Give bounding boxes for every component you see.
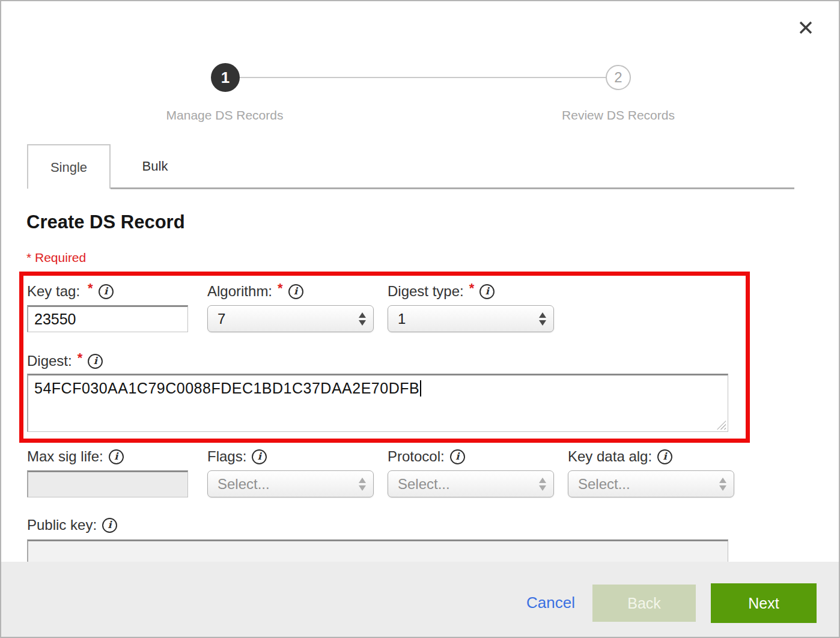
create-ds-record-dialog: 1 2 Manage DS Records Review DS Records … [0, 0, 840, 638]
info-icon-glyph: i [108, 520, 112, 530]
digest-type-label: Digest type: * i [388, 282, 495, 300]
info-icon[interactable]: i [252, 449, 267, 464]
required-note: * Required [26, 251, 86, 265]
info-icon[interactable]: i [99, 284, 114, 299]
select-arrows-icon [719, 478, 726, 491]
public-key-label-text: Public key: [27, 517, 97, 533]
required-asterisk: * [278, 281, 283, 296]
select-arrows-icon [539, 312, 546, 326]
digest-value: 54FCF030AA1C79C0088FDEC1BD1C37DAA2E70DFB [34, 380, 419, 396]
required-asterisk: * [88, 281, 93, 296]
digest-label-text: Digest: [27, 353, 72, 369]
resize-handle-icon[interactable] [717, 421, 726, 430]
info-icon[interactable]: i [102, 518, 117, 533]
stepper-connector-line [225, 77, 620, 78]
info-icon[interactable]: i [479, 284, 495, 299]
digest-type-select[interactable]: 1 [388, 305, 554, 332]
required-asterisk: * [469, 281, 475, 296]
key-data-alg-select-value: Select... [578, 476, 719, 493]
close-button[interactable] [793, 16, 818, 41]
step-1-indicator: 1 [211, 63, 240, 92]
info-icon-glyph: i [114, 452, 118, 461]
max-sig-life-label: Max sig life: i [27, 448, 124, 466]
public-key-textarea[interactable] [27, 539, 728, 562]
info-icon[interactable]: i [88, 354, 103, 369]
protocol-select[interactable]: Select... [388, 470, 554, 497]
select-arrows-icon [539, 478, 546, 491]
key-tag-input[interactable] [27, 305, 188, 332]
key-data-alg-select[interactable]: Select... [568, 470, 734, 497]
info-icon-glyph: i [104, 287, 108, 296]
tab-bulk[interactable]: Bulk [111, 144, 199, 189]
max-sig-life-input [27, 470, 188, 497]
info-icon-glyph: i [258, 452, 261, 461]
info-icon-glyph: i [485, 287, 489, 296]
max-sig-life-label-text: Max sig life: [27, 448, 103, 465]
info-icon[interactable]: i [450, 449, 465, 464]
close-icon [796, 17, 816, 38]
select-arrows-icon [359, 478, 366, 491]
info-icon-glyph: i [663, 452, 667, 461]
step-2-indicator: 2 [606, 65, 631, 90]
protocol-select-value: Select... [398, 476, 539, 493]
page-title: Create DS Record [26, 211, 185, 233]
info-icon[interactable]: i [657, 449, 672, 464]
algorithm-select-value: 7 [218, 311, 359, 327]
flags-select-value: Select... [218, 476, 359, 493]
digest-type-select-value: 1 [398, 311, 539, 327]
text-caret [420, 380, 421, 396]
cancel-button[interactable]: Cancel [526, 594, 575, 612]
info-icon[interactable]: i [109, 449, 124, 464]
back-button: Back [592, 585, 696, 622]
key-data-alg-label: Key data alg: i [568, 448, 672, 466]
protocol-label: Protocol: i [388, 448, 465, 466]
public-key-label: Public key: i [27, 516, 117, 534]
next-button[interactable]: Next [711, 583, 817, 623]
algorithm-select[interactable]: 7 [207, 305, 374, 332]
flags-select[interactable]: Select... [207, 470, 374, 497]
digest-textarea[interactable]: 54FCF030AA1C79C0088FDEC1BD1C37DAA2E70DFB [27, 374, 728, 432]
key-data-alg-label-text: Key data alg: [568, 448, 652, 465]
info-icon-glyph: i [294, 287, 297, 296]
algorithm-label-text: Algorithm: [207, 283, 272, 300]
algorithm-label: Algorithm: * i [207, 282, 303, 300]
protocol-label-text: Protocol: [388, 448, 445, 465]
footer: Cancel Back Next [1, 562, 839, 637]
flags-label-text: Flags: [207, 448, 246, 465]
required-asterisk: * [78, 350, 83, 366]
key-tag-label-text: Key tag: [27, 283, 80, 300]
select-arrows-icon [359, 312, 366, 326]
digest-type-label-text: Digest type: [388, 283, 464, 300]
step-2-label: Review DS Records [498, 108, 738, 123]
info-icon[interactable]: i [288, 284, 303, 299]
flags-label: Flags: i [207, 448, 267, 466]
key-tag-label: Key tag: * i [27, 282, 114, 300]
tab-underline [111, 187, 794, 189]
tab-single[interactable]: Single [27, 144, 111, 189]
step-1-label: Manage DS Records [105, 108, 345, 123]
digest-label: Digest: * i [27, 352, 103, 370]
info-icon-glyph: i [455, 452, 459, 461]
info-icon-glyph: i [94, 356, 97, 366]
